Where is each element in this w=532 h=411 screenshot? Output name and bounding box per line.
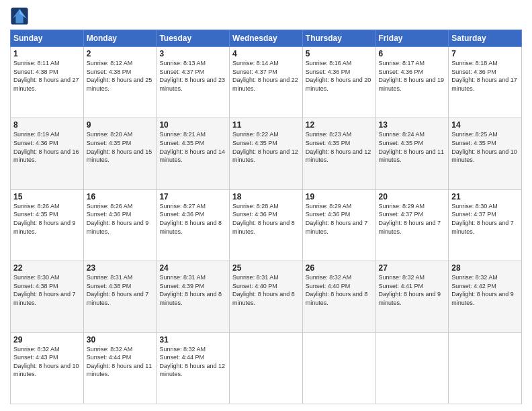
day-number: 6 xyxy=(379,49,446,58)
day-number: 14 xyxy=(451,120,519,130)
day-info: Sunrise: 8:32 AMSunset: 4:41 PMDaylight:… xyxy=(379,274,441,306)
day-cell-11: 11Sunrise: 8:22 AMSunset: 4:35 PMDayligh… xyxy=(230,118,303,189)
day-number: 10 xyxy=(159,120,226,130)
day-cell-24: 24Sunrise: 8:31 AMSunset: 4:39 PMDayligh… xyxy=(157,261,230,332)
day-number: 8 xyxy=(13,120,81,130)
day-number: 2 xyxy=(87,49,154,58)
day-cell-25: 25Sunrise: 8:31 AMSunset: 4:40 PMDayligh… xyxy=(230,261,303,332)
day-info: Sunrise: 8:32 AMSunset: 4:40 PMDaylight:… xyxy=(306,274,368,306)
day-cell-2: 2Sunrise: 8:12 AMSunset: 4:38 PMDaylight… xyxy=(83,47,157,118)
day-info: Sunrise: 8:29 AMSunset: 4:37 PMDaylight:… xyxy=(379,203,441,235)
day-number: 17 xyxy=(159,192,226,201)
weekday-header-saturday: Saturday xyxy=(449,30,522,47)
day-number: 4 xyxy=(232,49,300,58)
day-cell-16: 16Sunrise: 8:26 AMSunset: 4:36 PMDayligh… xyxy=(83,189,157,261)
day-info: Sunrise: 8:21 AMSunset: 4:35 PMDaylight:… xyxy=(159,131,225,163)
day-info: Sunrise: 8:26 AMSunset: 4:36 PMDaylight:… xyxy=(87,203,149,235)
day-cell-19: 19Sunrise: 8:29 AMSunset: 4:36 PMDayligh… xyxy=(302,189,375,261)
day-info: Sunrise: 8:32 AMSunset: 4:42 PMDaylight:… xyxy=(451,274,514,306)
day-info: Sunrise: 8:32 AMSunset: 4:44 PMDaylight:… xyxy=(87,346,152,378)
day-cell-5: 5Sunrise: 8:16 AMSunset: 4:36 PMDaylight… xyxy=(302,47,375,118)
day-cell-3: 3Sunrise: 8:13 AMSunset: 4:37 PMDaylight… xyxy=(157,47,230,118)
day-info: Sunrise: 8:11 AMSunset: 4:38 PMDaylight:… xyxy=(13,60,79,92)
day-number: 30 xyxy=(87,335,154,345)
day-number: 20 xyxy=(379,192,446,201)
day-cell-13: 13Sunrise: 8:24 AMSunset: 4:35 PMDayligh… xyxy=(375,118,449,189)
day-info: Sunrise: 8:19 AMSunset: 4:36 PMDaylight:… xyxy=(13,131,79,163)
header xyxy=(10,7,522,26)
day-number: 11 xyxy=(232,120,300,130)
day-cell-22: 22Sunrise: 8:30 AMSunset: 4:38 PMDayligh… xyxy=(11,261,84,332)
day-info: Sunrise: 8:30 AMSunset: 4:37 PMDaylight:… xyxy=(451,203,514,235)
day-info: Sunrise: 8:29 AMSunset: 4:36 PMDaylight:… xyxy=(306,203,368,235)
calendar: SundayMondayTuesdayWednesdayThursdayFrid… xyxy=(10,30,522,404)
day-info: Sunrise: 8:16 AMSunset: 4:36 PMDaylight:… xyxy=(306,60,371,92)
day-info: Sunrise: 8:22 AMSunset: 4:35 PMDaylight:… xyxy=(232,131,298,163)
empty-cell xyxy=(302,332,375,404)
day-number: 23 xyxy=(87,263,154,273)
day-info: Sunrise: 8:28 AMSunset: 4:36 PMDaylight:… xyxy=(232,203,295,235)
day-cell-23: 23Sunrise: 8:31 AMSunset: 4:38 PMDayligh… xyxy=(83,261,157,332)
day-number: 16 xyxy=(87,192,154,201)
day-cell-12: 12Sunrise: 8:23 AMSunset: 4:35 PMDayligh… xyxy=(302,118,375,189)
day-cell-21: 21Sunrise: 8:30 AMSunset: 4:37 PMDayligh… xyxy=(449,189,522,261)
day-number: 22 xyxy=(13,263,81,273)
day-number: 15 xyxy=(13,192,81,201)
logo-wrapper xyxy=(10,7,32,26)
day-number: 21 xyxy=(451,192,519,201)
empty-cell xyxy=(449,332,522,404)
day-number: 26 xyxy=(306,263,373,273)
day-number: 1 xyxy=(13,49,81,58)
day-info: Sunrise: 8:31 AMSunset: 4:39 PMDaylight:… xyxy=(159,274,222,306)
day-cell-7: 7Sunrise: 8:18 AMSunset: 4:36 PMDaylight… xyxy=(449,47,522,118)
day-info: Sunrise: 8:24 AMSunset: 4:35 PMDaylight:… xyxy=(379,131,445,163)
day-cell-9: 9Sunrise: 8:20 AMSunset: 4:35 PMDaylight… xyxy=(83,118,157,189)
day-info: Sunrise: 8:32 AMSunset: 4:44 PMDaylight:… xyxy=(159,346,225,378)
day-cell-4: 4Sunrise: 8:14 AMSunset: 4:37 PMDaylight… xyxy=(230,47,303,118)
weekday-header-sunday: Sunday xyxy=(11,30,84,47)
day-number: 13 xyxy=(379,120,446,130)
day-number: 12 xyxy=(306,120,373,130)
day-info: Sunrise: 8:23 AMSunset: 4:35 PMDaylight:… xyxy=(306,131,371,163)
day-info: Sunrise: 8:13 AMSunset: 4:37 PMDaylight:… xyxy=(159,60,225,92)
day-cell-14: 14Sunrise: 8:25 AMSunset: 4:35 PMDayligh… xyxy=(449,118,522,189)
day-number: 29 xyxy=(13,335,81,345)
day-cell-30: 30Sunrise: 8:32 AMSunset: 4:44 PMDayligh… xyxy=(83,332,157,404)
day-info: Sunrise: 8:26 AMSunset: 4:35 PMDaylight:… xyxy=(13,203,76,235)
day-number: 5 xyxy=(306,49,373,58)
day-number: 9 xyxy=(87,120,154,130)
day-cell-28: 28Sunrise: 8:32 AMSunset: 4:42 PMDayligh… xyxy=(449,261,522,332)
day-cell-26: 26Sunrise: 8:32 AMSunset: 4:40 PMDayligh… xyxy=(302,261,375,332)
day-info: Sunrise: 8:30 AMSunset: 4:38 PMDaylight:… xyxy=(13,274,76,306)
page: SundayMondayTuesdayWednesdayThursdayFrid… xyxy=(0,0,532,411)
day-cell-10: 10Sunrise: 8:21 AMSunset: 4:35 PMDayligh… xyxy=(157,118,230,189)
day-cell-18: 18Sunrise: 8:28 AMSunset: 4:36 PMDayligh… xyxy=(230,189,303,261)
day-info: Sunrise: 8:18 AMSunset: 4:36 PMDaylight:… xyxy=(451,60,517,92)
day-cell-17: 17Sunrise: 8:27 AMSunset: 4:36 PMDayligh… xyxy=(157,189,230,261)
day-number: 3 xyxy=(159,49,226,58)
day-number: 28 xyxy=(451,263,519,273)
day-info: Sunrise: 8:14 AMSunset: 4:37 PMDaylight:… xyxy=(232,60,298,92)
day-cell-6: 6Sunrise: 8:17 AMSunset: 4:36 PMDaylight… xyxy=(375,47,449,118)
weekday-header-thursday: Thursday xyxy=(302,30,375,47)
logo-icon xyxy=(10,7,29,26)
weekday-header-tuesday: Tuesday xyxy=(157,30,230,47)
day-info: Sunrise: 8:25 AMSunset: 4:35 PMDaylight:… xyxy=(451,131,517,163)
day-info: Sunrise: 8:31 AMSunset: 4:40 PMDaylight:… xyxy=(232,274,295,306)
day-cell-15: 15Sunrise: 8:26 AMSunset: 4:35 PMDayligh… xyxy=(11,189,84,261)
empty-cell xyxy=(375,332,449,404)
day-number: 31 xyxy=(159,335,226,345)
day-cell-27: 27Sunrise: 8:32 AMSunset: 4:41 PMDayligh… xyxy=(375,261,449,332)
day-info: Sunrise: 8:27 AMSunset: 4:36 PMDaylight:… xyxy=(159,203,222,235)
day-cell-20: 20Sunrise: 8:29 AMSunset: 4:37 PMDayligh… xyxy=(375,189,449,261)
day-info: Sunrise: 8:17 AMSunset: 4:36 PMDaylight:… xyxy=(379,60,445,92)
weekday-header-wednesday: Wednesday xyxy=(230,30,303,47)
weekday-header-monday: Monday xyxy=(83,30,157,47)
day-cell-1: 1Sunrise: 8:11 AMSunset: 4:38 PMDaylight… xyxy=(11,47,84,118)
day-number: 27 xyxy=(379,263,446,273)
day-number: 25 xyxy=(232,263,300,273)
day-cell-31: 31Sunrise: 8:32 AMSunset: 4:44 PMDayligh… xyxy=(157,332,230,404)
day-cell-8: 8Sunrise: 8:19 AMSunset: 4:36 PMDaylight… xyxy=(11,118,84,189)
day-info: Sunrise: 8:32 AMSunset: 4:43 PMDaylight:… xyxy=(13,346,79,378)
day-number: 19 xyxy=(306,192,373,201)
